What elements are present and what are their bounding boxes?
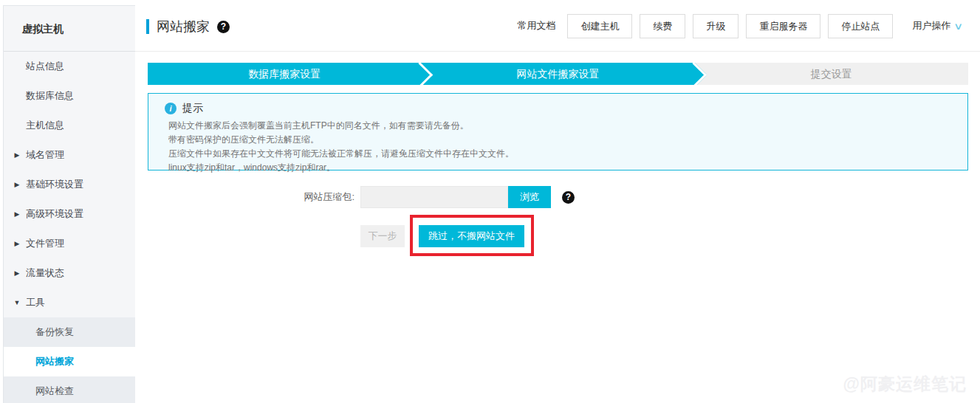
sidebar-subitem-label: 网站搬家 (35, 356, 74, 367)
sidebar: 虚拟主机 站点信息 数据库信息 主机信息 ▶ 域名管理 ▶ 基础环境设置 ▶ 高… (0, 0, 135, 403)
package-input[interactable] (360, 186, 508, 208)
sidebar-item-label: 高级环境设置 (26, 208, 83, 219)
docs-link[interactable]: 常用文档 (517, 19, 555, 32)
sidebar-title: 虚拟主机 (4, 6, 135, 52)
tip-header: i 提示 (165, 100, 960, 117)
tip-line: 压缩文件中如果存在中文文件将可能无法被正常解压，请避免压缩文件中存在中文文件。 (168, 147, 960, 161)
tip-line: 网站文件搬家后会强制覆盖当前主机FTP中的同名文件，如有需要请先备份。 (168, 119, 960, 133)
user-actions-label: 用户操作 (912, 19, 950, 32)
main-content: 网站搬家 ? 常用文档 创建主机 续费 升级 重启服务器 停止站点 用户操作 ∨… (135, 0, 980, 403)
user-actions-menu[interactable]: 用户操作 ∨ (912, 19, 962, 32)
sidebar-item-database-info[interactable]: 数据库信息 (4, 81, 135, 111)
header-actions: 常用文档 创建主机 续费 升级 重启服务器 停止站点 用户操作 ∨ (517, 0, 962, 52)
stop-site-button[interactable]: 停止站点 (828, 14, 893, 38)
wizard-step-submit: 提交设置 (695, 63, 968, 85)
package-field-label: 网站压缩包: (135, 186, 354, 208)
sidebar-item-label: 域名管理 (26, 149, 64, 160)
renew-button[interactable]: 续费 (640, 14, 685, 38)
sidebar-item-domain-management[interactable]: ▶ 域名管理 (4, 140, 135, 170)
wizard-step-database-migration: 数据库搬家设置 (148, 63, 421, 85)
wizard-step-file-migration: 网站文件搬家设置 (421, 63, 694, 85)
watermark: @阿豪运维笔记 (843, 373, 967, 396)
tip-box: i 提示 网站文件搬家后会强制覆盖当前主机FTP中的同名文件，如有需要请先备份。… (148, 93, 968, 170)
top-header: 网站搬家 ? 常用文档 创建主机 续费 升级 重启服务器 停止站点 用户操作 ∨ (135, 0, 980, 52)
upgrade-button[interactable]: 升级 (693, 14, 739, 38)
help-icon[interactable]: ? (217, 21, 230, 33)
chevron-right-icon: ▶ (11, 170, 23, 199)
sidebar-item-file-management[interactable]: ▶ 文件管理 (4, 229, 135, 258)
sidebar-item-tools[interactable]: ▼ 工具 (4, 288, 135, 317)
tip-line: linux支持zip和tar，windows支持zip和rar。 (168, 161, 960, 175)
skip-migration-button[interactable]: 跳过，不搬网站文件 (419, 225, 524, 247)
sidebar-item-label: 流量状态 (26, 267, 64, 278)
sidebar-item-label: 基础环境设置 (26, 179, 83, 190)
chevron-right-icon: ▶ (11, 229, 23, 258)
create-host-button[interactable]: 创建主机 (567, 14, 632, 38)
chevron-right-icon: ▶ (11, 140, 23, 170)
title-accent-bar (146, 19, 149, 34)
sidebar-item-label: 工具 (26, 297, 45, 308)
sidebar-item-label: 主机信息 (26, 120, 64, 131)
sidebar-item-label: 数据库信息 (26, 90, 74, 101)
page-title-text: 网站搬家 (157, 18, 210, 35)
chevron-down-icon: ▼ (11, 288, 23, 317)
sidebar-subitem-label: 备份恢复 (35, 326, 74, 337)
chevron-right-icon: ▶ (11, 258, 23, 288)
sidebar-subitem-website-migration[interactable]: 网站搬家 (4, 347, 135, 376)
step-wizard: 数据库搬家设置 网站文件搬家设置 提交设置 (148, 63, 968, 85)
package-help-icon[interactable]: ? (562, 191, 575, 204)
sidebar-item-site-info[interactable]: 站点信息 (4, 52, 135, 81)
sidebar-subitem-label: 网站检查 (35, 385, 74, 396)
chevron-right-icon: ▶ (11, 199, 23, 229)
sidebar-item-label: 文件管理 (26, 238, 64, 249)
tip-body: 网站文件搬家后会强制覆盖当前主机FTP中的同名文件，如有需要请先备份。 带有密码… (168, 119, 960, 175)
chevron-down-icon: ∨ (954, 21, 964, 32)
sidebar-item-basic-env-settings[interactable]: ▶ 基础环境设置 (4, 170, 135, 199)
sidebar-subitem-website-check[interactable]: 网站检查 (4, 376, 135, 403)
sidebar-panel: 虚拟主机 站点信息 数据库信息 主机信息 ▶ 域名管理 ▶ 基础环境设置 ▶ 高… (3, 5, 135, 403)
browse-button[interactable]: 浏览 (508, 186, 551, 208)
sidebar-item-host-info[interactable]: 主机信息 (4, 111, 135, 140)
sidebar-item-advanced-env-settings[interactable]: ▶ 高级环境设置 (4, 199, 135, 229)
restart-server-button[interactable]: 重启服务器 (746, 14, 820, 38)
sidebar-subitem-backup-restore[interactable]: 备份恢复 (4, 317, 135, 347)
sidebar-item-traffic-status[interactable]: ▶ 流量状态 (4, 258, 135, 288)
tip-line: 带有密码保护的压缩文件无法解压缩。 (168, 133, 960, 147)
tip-title: 提示 (182, 102, 203, 115)
sidebar-item-label: 站点信息 (26, 61, 64, 72)
next-step-button[interactable]: 下一步 (360, 225, 405, 247)
page-title: 网站搬家 ? (146, 18, 230, 35)
info-icon: i (165, 103, 177, 114)
